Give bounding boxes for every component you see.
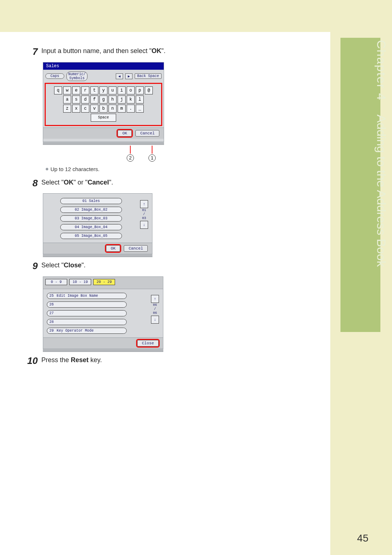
scroll-pos-bot: 06: [153, 312, 157, 315]
backspace-button[interactable]: Back Space: [135, 73, 162, 79]
key-a[interactable]: a: [63, 96, 71, 104]
key-row-1: qwertyuiop@: [47, 86, 160, 94]
tabs-row: 0 - 910 - 1920 - 29: [43, 277, 163, 289]
step-number: 7: [25, 46, 41, 57]
step-8: 8 Select "OK" or "Cancel".: [25, 178, 178, 189]
keyboard-bottom-bar: OK Cancel: [43, 127, 164, 139]
scroll-pos-top: 06: [153, 304, 157, 307]
chapter-label: Chapter 4: [375, 40, 388, 101]
key-g[interactable]: g: [99, 96, 107, 104]
scroll-column: ↑ 06 / 06 ↓: [151, 293, 159, 334]
list-item[interactable]: 01 Sales: [60, 198, 122, 204]
key-o[interactable]: o: [127, 86, 135, 94]
callout-1: 1: [148, 154, 156, 162]
key-m[interactable]: m: [118, 105, 126, 113]
chapter-title: Chapter 4 Adding to the Address Book: [372, 40, 388, 327]
numeric-symbols-button[interactable]: Numeric/ Symbols: [66, 72, 87, 81]
scroll-pos-top: 01: [142, 209, 146, 212]
key-z[interactable]: z: [63, 105, 71, 113]
key-h[interactable]: h: [109, 96, 117, 104]
setting-row[interactable]: 25Edit Image Box Name: [47, 293, 127, 299]
scroll-pos-mid: /: [154, 308, 156, 311]
setting-number: 27: [49, 311, 54, 315]
setting-row[interactable]: 27: [47, 310, 127, 316]
key-_[interactable]: _: [136, 105, 144, 113]
key-k[interactable]: k: [127, 96, 135, 104]
key-n[interactable]: n: [109, 105, 117, 113]
key-x[interactable]: x: [72, 105, 80, 113]
key-w[interactable]: w: [63, 86, 71, 94]
setting-row[interactable]: 28: [47, 319, 127, 325]
scroll-pos-bot: 03: [142, 217, 146, 220]
key-c[interactable]: c: [81, 105, 89, 113]
cursor-right-button[interactable]: ▶: [125, 73, 132, 79]
key-r[interactable]: r: [81, 86, 89, 94]
list-item[interactable]: 02 Image_Box_02: [60, 207, 122, 213]
key-@[interactable]: @: [145, 86, 153, 94]
tab[interactable]: 10 - 19: [69, 279, 91, 285]
key-q[interactable]: q: [54, 86, 62, 94]
step-7-note: Up to 12 characters.: [46, 166, 178, 172]
key-v[interactable]: v: [90, 105, 98, 113]
setting-label: Key Operator Mode: [57, 329, 94, 333]
space-key[interactable]: Space: [91, 114, 116, 122]
setting-number: 29: [49, 329, 54, 333]
key-b[interactable]: b: [99, 105, 107, 113]
key-i[interactable]: i: [118, 86, 126, 94]
key-l[interactable]: l: [136, 96, 144, 104]
key-s[interactable]: s: [72, 96, 80, 104]
list-item[interactable]: 04 Image_Box_04: [60, 224, 122, 230]
setting-number: 28: [49, 320, 54, 324]
close-button[interactable]: Close: [137, 340, 159, 347]
list-bottom-bar: OK Cancel: [43, 243, 152, 254]
cursor-left-button[interactable]: ◀: [116, 73, 123, 79]
scroll-column: ↑ 01 / 03 ↓: [140, 198, 148, 239]
tab[interactable]: 0 - 9: [45, 279, 67, 285]
callout-line-1: [152, 146, 152, 154]
key-.[interactable]: .: [127, 105, 135, 113]
step-text: Press the Reset key.: [41, 356, 102, 366]
keyboard-title: Sales: [43, 62, 164, 70]
ok-button[interactable]: OK: [118, 130, 132, 137]
keyboard-toolbar: Caps Numeric/ Symbols ◀ ▶ Back Space: [43, 70, 164, 82]
key-y[interactable]: y: [99, 86, 107, 94]
list-item[interactable]: 03 Image_Box_03: [60, 215, 122, 222]
cancel-button[interactable]: Cancel: [135, 130, 159, 137]
key-t[interactable]: t: [90, 86, 98, 94]
step-7: 7 Input a button name, and then select "…: [25, 46, 178, 57]
step-number: 10: [25, 356, 41, 366]
callout-2: 2: [127, 154, 134, 162]
step-number: 8: [25, 178, 41, 189]
setting-number: 25: [49, 294, 54, 298]
cancel-button[interactable]: Cancel: [124, 245, 148, 252]
step-number: 9: [25, 261, 41, 271]
key-j[interactable]: j: [118, 96, 126, 104]
key-p[interactable]: p: [136, 86, 144, 94]
step-text: Select "OK" or "Cancel".: [41, 178, 113, 189]
content-column: 7 Input a button name, and then select "…: [25, 46, 178, 371]
setting-row[interactable]: 29Key Operator Mode: [47, 328, 127, 334]
caps-button[interactable]: Caps: [45, 73, 64, 79]
settings-bottom-bar: Close: [43, 337, 163, 349]
scroll-down-button[interactable]: ↓: [151, 316, 159, 324]
key-row-space: Space: [47, 114, 160, 122]
keyboard-screen: Sales Caps Numeric/ Symbols ◀ ▶ Back Spa…: [43, 62, 164, 142]
list-item[interactable]: 05 Image_Box_05: [60, 233, 122, 239]
scroll-up-button[interactable]: ↑: [140, 200, 148, 208]
settings-list: 25Edit Image Box Name26272829Key Operato…: [47, 293, 146, 334]
step-9: 9 Select "Close".: [25, 261, 178, 271]
tab[interactable]: 20 - 29: [93, 279, 115, 285]
callout-line-2: [130, 146, 131, 154]
setting-label: Edit Image Box Name: [57, 294, 98, 298]
key-u[interactable]: u: [109, 86, 117, 94]
scroll-down-button[interactable]: ↓: [140, 221, 148, 229]
page-number: 45: [357, 532, 368, 544]
key-e[interactable]: e: [72, 86, 80, 94]
scroll-up-button[interactable]: ↑: [151, 295, 159, 303]
ok-button[interactable]: OK: [106, 245, 120, 252]
key-f[interactable]: f: [90, 96, 98, 104]
keyboard-highlight: qwertyuiop@ asdfghjkl zxcvbnm._ Space: [45, 83, 162, 126]
key-d[interactable]: d: [81, 96, 89, 104]
setting-row[interactable]: 26: [47, 301, 127, 308]
image-box-list-screen: 01 Sales02 Image_Box_0203 Image_Box_0304…: [43, 193, 152, 254]
